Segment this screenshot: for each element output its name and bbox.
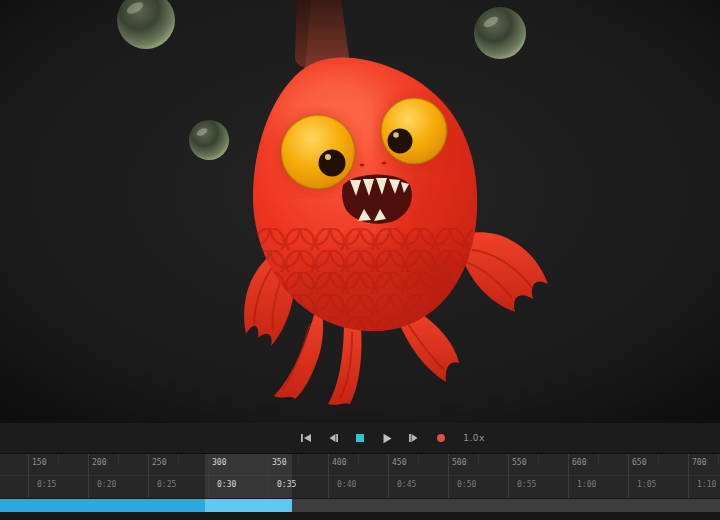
record-icon xyxy=(435,433,447,443)
ruler-time-label: 1:00 xyxy=(577,480,596,489)
ruler-frame-label: 200 xyxy=(92,458,106,467)
ruler-frame-label: 150 xyxy=(32,458,46,467)
play-button[interactable] xyxy=(376,428,398,448)
ruler-time-label: 0:45 xyxy=(397,480,416,489)
animation-player-app: 1.0x 1500:152000:202500:253000:303500:35… xyxy=(0,0,720,520)
skip-to-start-button[interactable] xyxy=(295,428,317,448)
ruler-time-label: 0:20 xyxy=(97,480,116,489)
playback-control-bar: 1.0x xyxy=(0,423,720,453)
scrollbar-active-segment xyxy=(205,499,292,512)
timeline-ruler[interactable]: 1500:152000:202500:253000:303500:354000:… xyxy=(0,453,720,498)
ruler-minor-tick xyxy=(598,454,599,463)
scrollbar-thumb-segment xyxy=(0,499,205,512)
ruler-minor-tick xyxy=(118,454,119,463)
ruler-frame-label: 500 xyxy=(452,458,466,467)
ruler-time-label: 0:50 xyxy=(457,480,476,489)
ruler-frame-label: 650 xyxy=(632,458,646,467)
ruler-minor-tick xyxy=(238,454,239,463)
ruler-frame-label: 300 xyxy=(212,458,226,467)
ruler-frame-label: 600 xyxy=(572,458,586,467)
ruler-frame-label: 400 xyxy=(332,458,346,467)
ruler-frame-label: 700 xyxy=(692,458,706,467)
step-forward-button[interactable] xyxy=(403,428,425,448)
ruler-minor-tick xyxy=(718,454,719,463)
ruler-frame-label: 450 xyxy=(392,458,406,467)
preview-canvas xyxy=(0,0,720,423)
step-backward-button[interactable] xyxy=(322,428,344,448)
ruler-minor-tick xyxy=(358,454,359,463)
play-icon xyxy=(381,433,393,444)
step-forward-icon xyxy=(408,433,420,443)
timeline-scrollbar[interactable] xyxy=(0,498,720,512)
ruler-tick: 7001:10 xyxy=(688,454,720,498)
scene-svg xyxy=(0,0,720,423)
ruler-minor-tick xyxy=(178,454,179,463)
ruler-time-label: 0:30 xyxy=(217,480,236,489)
ruler-time-label: 0:25 xyxy=(157,480,176,489)
playback-speed[interactable]: 1.0x xyxy=(463,433,485,443)
ruler-minor-tick xyxy=(418,454,419,463)
ruler-minor-tick xyxy=(658,454,659,463)
ruler-minor-tick xyxy=(298,454,299,463)
ruler-time-label: 0:55 xyxy=(517,480,536,489)
ruler-minor-tick xyxy=(478,454,479,463)
ruler-frame-label: 350 xyxy=(272,458,286,467)
stop-button[interactable] xyxy=(349,428,371,448)
ruler-frame-label: 550 xyxy=(512,458,526,467)
record-button[interactable] xyxy=(430,428,452,448)
ruler-frame-label: 250 xyxy=(152,458,166,467)
vignette-overlay xyxy=(0,0,720,423)
ruler-time-label: 1:10 xyxy=(697,480,716,489)
ruler-time-label: 0:15 xyxy=(37,480,56,489)
ruler-minor-tick xyxy=(58,454,59,463)
ruler-time-label: 0:35 xyxy=(277,480,296,489)
skip-to-start-icon xyxy=(300,433,312,443)
ruler-time-label: 0:40 xyxy=(337,480,356,489)
stop-icon xyxy=(354,433,366,443)
scrollbar-thumb[interactable] xyxy=(0,499,292,512)
ruler-minor-tick xyxy=(538,454,539,463)
playback-controls: 1.0x xyxy=(295,428,485,448)
ruler-time-label: 1:05 xyxy=(637,480,656,489)
bottom-edge-strip xyxy=(0,512,720,520)
step-backward-icon xyxy=(327,433,339,443)
